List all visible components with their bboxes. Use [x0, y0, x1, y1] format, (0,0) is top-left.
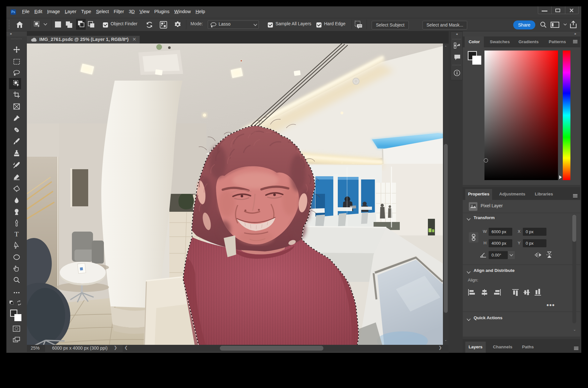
svg-text:T: T	[14, 231, 19, 238]
